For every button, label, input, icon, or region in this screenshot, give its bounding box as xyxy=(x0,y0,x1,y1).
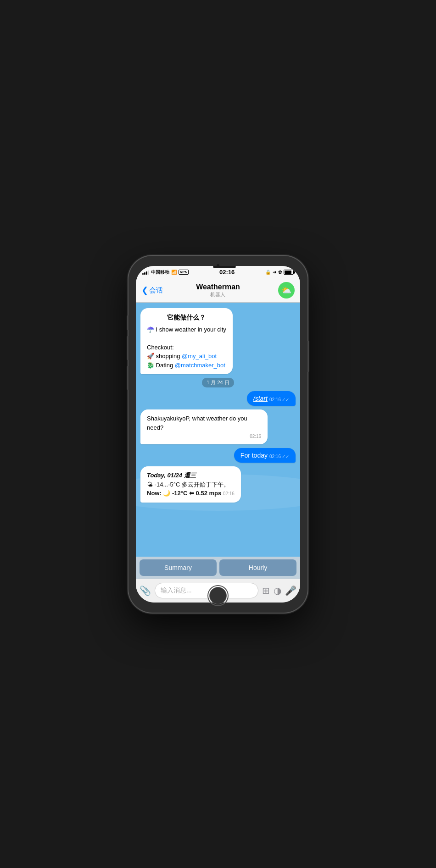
status-left: 中国移动 📶 VPN xyxy=(142,269,189,276)
mic-icon[interactable]: 🎤 xyxy=(285,585,296,596)
status-bar: 中国移动 📶 VPN 02:16 🔒 ➜ ✿ xyxy=(136,266,300,279)
input-placeholder: 输入消息... xyxy=(161,586,192,595)
bot-question-text: ShakuyakukyoP, what weather do you need? xyxy=(147,414,261,432)
bubble-checkout: Checkout: xyxy=(147,343,226,352)
dating-link[interactable]: @matchmaker_bot xyxy=(175,362,225,369)
status-right: 🔒 ➜ ✿ xyxy=(265,270,294,275)
input-actions: ⊞ ◑ 🎤 xyxy=(262,585,296,596)
emoji-icon[interactable]: ◑ xyxy=(274,585,281,596)
weather-time: 02:16 xyxy=(223,491,235,496)
navigation-bar: ❮ 会话 Weatherman 机器人 ⛅ xyxy=(136,279,300,303)
volume-up-button[interactable] xyxy=(127,336,129,360)
shopping-link[interactable]: @my_ali_bot xyxy=(182,353,217,359)
home-button[interactable] xyxy=(207,585,229,606)
bubble-line-1: ☂️ I show weather in your city xyxy=(147,325,226,334)
lock-icon: 🔒 xyxy=(265,270,271,275)
quick-reply-row: Summary Hourly xyxy=(136,557,300,579)
bot-weather-bubble: Today, 01/24 週三 🌤 -14...-5°C 多云开始于下午。 No… xyxy=(140,466,241,503)
bot-question-time: 02:16 xyxy=(147,433,261,440)
timestamp-today: 02:16 ✓✓ xyxy=(269,454,289,459)
volume-down-button[interactable] xyxy=(127,366,129,390)
user-today-text: For today xyxy=(240,452,268,459)
attachment-icon[interactable]: 📎 xyxy=(140,585,151,596)
date-divider: 1 月 24 日 xyxy=(202,378,234,387)
bubble-dating: 🐉 Dating @matchmaker_bot xyxy=(147,361,226,370)
chat-title: Weatherman xyxy=(196,283,240,291)
back-button[interactable]: ❮ 会话 xyxy=(141,286,163,295)
battery-icon xyxy=(284,270,294,275)
read-receipt: ✓✓ xyxy=(282,397,289,402)
bot-welcome-bubble: 它能做什么？ ☂️ I show weather in your city Ch… xyxy=(140,308,233,375)
wifi-icon: 📶 xyxy=(171,270,177,275)
carrier-label: 中国移动 xyxy=(151,269,169,276)
power-button[interactable] xyxy=(307,341,309,372)
timestamp-start: 02:16 ✓✓ xyxy=(269,397,289,402)
hourly-button[interactable]: Hourly xyxy=(219,559,296,576)
home-button-inner xyxy=(209,587,227,604)
weather-line2: 🌤 -14...-5°C 多云开始于下午。 xyxy=(147,480,235,489)
time-display: 02:16 xyxy=(219,269,235,276)
signal-icon xyxy=(142,270,149,275)
weather-line3: Now: 🌙 -12°C ⬅ 0.52 mps 02:16 xyxy=(147,489,235,498)
bot-question-bubble: ShakuyakukyoP, what weather do you need?… xyxy=(140,409,268,444)
read-receipt-2: ✓✓ xyxy=(282,454,289,459)
bubble-shopping: 🚀 shopping @my_ali_bot xyxy=(147,352,226,361)
summary-button[interactable]: Summary xyxy=(140,559,217,576)
chat-area: 它能做什么？ ☂️ I show weather in your city Ch… xyxy=(136,303,300,557)
user-start-text: /start xyxy=(253,395,268,402)
bot-avatar[interactable]: ⛅ xyxy=(278,282,295,299)
phone-screen: 中国移动 📶 VPN 02:16 🔒 ➜ ✿ ❮ 会话 Weatherman xyxy=(136,266,300,603)
sticker-icon[interactable]: ⊞ xyxy=(262,585,270,596)
message-input[interactable]: 输入消息... xyxy=(155,583,258,598)
weather-line1: Today, 01/24 週三 xyxy=(147,471,235,480)
chevron-left-icon: ❮ xyxy=(141,286,148,294)
user-today-bubble: For today 02:16 ✓✓ xyxy=(234,448,296,463)
phone-frame: 中国移动 📶 VPN 02:16 🔒 ➜ ✿ ❮ 会话 Weatherman xyxy=(129,256,307,613)
back-label: 会话 xyxy=(149,286,163,295)
chat-subtitle: 机器人 xyxy=(196,291,240,298)
bluetooth-icon: ✿ xyxy=(278,270,282,275)
bubble-heading: 它能做什么？ xyxy=(147,313,226,322)
location-icon: ➜ xyxy=(273,270,276,275)
vpn-badge: VPN xyxy=(179,270,189,275)
user-start-bubble: /start 02:16 ✓✓ xyxy=(247,391,296,406)
nav-center: Weatherman 机器人 xyxy=(196,283,240,298)
speaker xyxy=(213,266,236,268)
